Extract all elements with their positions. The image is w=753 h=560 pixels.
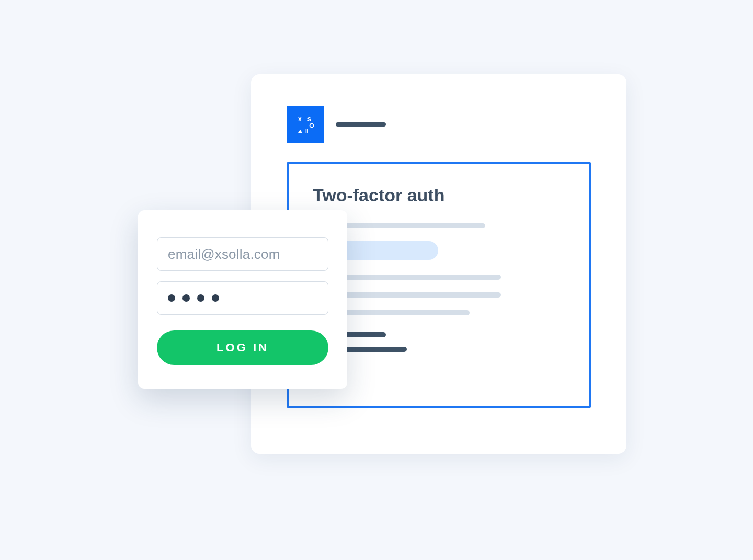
password-dot-icon [212,294,219,302]
email-placeholder-text: email@xsolla.com [168,246,280,262]
svg-text:X: X [298,117,302,122]
password-dot-icon [168,294,175,302]
login-card: email@xsolla.com LOG IN [138,210,347,389]
xsolla-logo-icon: X S II [287,106,324,143]
password-mask [168,294,219,302]
email-field[interactable]: email@xsolla.com [157,237,328,271]
password-dot-icon [182,294,190,302]
settings-card-header: X S II [287,106,591,143]
svg-marker-2 [298,130,302,133]
auth-panel-title: Two-factor auth [313,185,565,205]
svg-point-4 [310,124,314,128]
svg-text:S: S [307,117,311,122]
login-button[interactable]: LOG IN [157,330,328,365]
header-placeholder-line [336,122,386,127]
password-dot-icon [197,294,204,302]
svg-text:II: II [305,128,309,134]
password-field[interactable] [157,281,328,315]
